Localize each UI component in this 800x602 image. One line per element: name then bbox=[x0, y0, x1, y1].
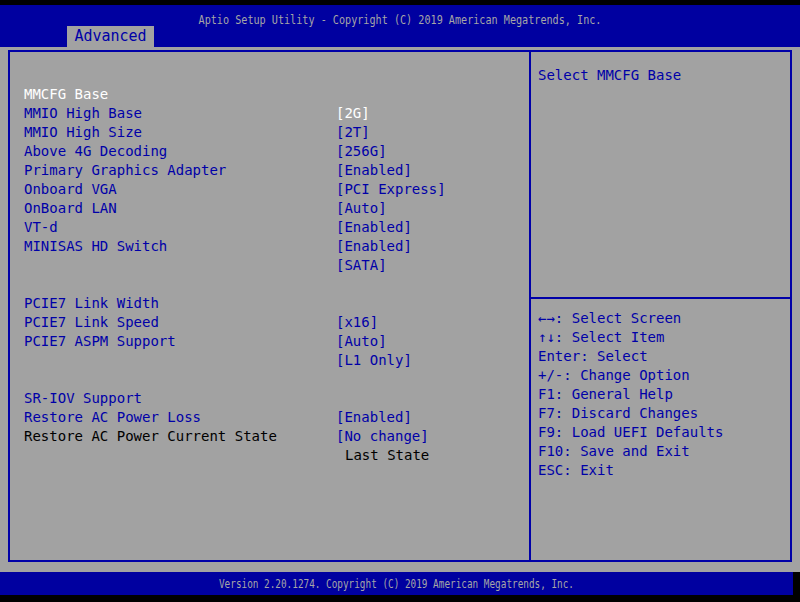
settings-list: MMCFG Base [2G] MMIO High Base [2T] MMIO… bbox=[0, 66, 528, 427]
setting-value: [SATA] bbox=[336, 256, 387, 275]
setting-value: [No change] bbox=[336, 427, 429, 446]
key-hint: F9: Load UEFI Defaults bbox=[538, 423, 788, 442]
setting-value: Last State bbox=[345, 446, 429, 465]
setting-value: [L1 Only] bbox=[336, 351, 412, 370]
settings-row[interactable]: SR-IOV Support [Enabled] bbox=[0, 370, 528, 389]
key-hint: F1: General Help bbox=[538, 385, 788, 404]
settings-row[interactable]: VT-d [Enabled] bbox=[0, 199, 528, 218]
key-hint: ↑↓: Select Item bbox=[538, 328, 788, 347]
setting-label: MINISAS HD Switch bbox=[24, 237, 167, 256]
settings-row[interactable]: PCIE7 Link Width [x16] bbox=[0, 275, 528, 294]
title-bar: Aptio Setup Utility - Copyright (C) 2019… bbox=[0, 5, 800, 47]
key-hint: F10: Save and Exit bbox=[538, 442, 788, 461]
settings-row[interactable]: MMCFG Base [2G] bbox=[0, 66, 528, 85]
help-text: Select MMCFG Base bbox=[538, 66, 786, 85]
key-legend: ←→: Select Screen ↑↓: Select Item Enter:… bbox=[538, 309, 788, 480]
settings-row[interactable]: Restore AC Power Loss [No change] bbox=[0, 389, 528, 408]
tab-advanced[interactable]: Advanced bbox=[67, 26, 154, 47]
settings-row[interactable]: MMIO High Size [256G] bbox=[0, 104, 528, 123]
setting-label: PCIE7 ASPM Support bbox=[24, 332, 176, 351]
setting-value: [Enabled] bbox=[336, 237, 412, 256]
panel-divider bbox=[529, 50, 531, 562]
settings-row[interactable]: Primary Graphics Adapter [PCI Express] bbox=[0, 142, 528, 161]
key-hint: Enter: Select bbox=[538, 347, 788, 366]
settings-row[interactable]: OnBoard LAN [Enabled] bbox=[0, 180, 528, 199]
settings-row[interactable]: Onboard VGA [Auto] bbox=[0, 161, 528, 180]
settings-row[interactable]: PCIE7 ASPM Support [L1 Only] bbox=[0, 313, 528, 332]
app-title: Aptio Setup Utility - Copyright (C) 2019… bbox=[88, 12, 712, 27]
settings-row[interactable]: MINISAS HD Switch [SATA] bbox=[0, 218, 528, 237]
footer-bar: Version 2.20.1274. Copyright (C) 2019 Am… bbox=[0, 572, 793, 595]
legend-divider bbox=[531, 297, 790, 299]
version-text: Version 2.20.1274. Copyright (C) 2019 Am… bbox=[111, 572, 682, 595]
settings-row[interactable]: PCIE7 Link Speed [Auto] bbox=[0, 294, 528, 313]
key-hint: F7: Discard Changes bbox=[538, 404, 788, 423]
settings-row[interactable]: Above 4G Decoding [Enabled] bbox=[0, 123, 528, 142]
key-hint: +/-: Change Option bbox=[538, 366, 788, 385]
settings-row[interactable]: MMIO High Base [2T] bbox=[0, 85, 528, 104]
main-area: MMCFG Base [2G] MMIO High Base [2T] MMIO… bbox=[0, 47, 800, 572]
key-hint: ESC: Exit bbox=[538, 461, 788, 480]
setting-value: [Auto] bbox=[336, 332, 387, 351]
settings-row: Restore AC Power Current State Last Stat… bbox=[0, 408, 528, 427]
setting-label: Restore AC Power Current State bbox=[24, 427, 277, 446]
key-hint: ←→: Select Screen bbox=[538, 309, 788, 328]
